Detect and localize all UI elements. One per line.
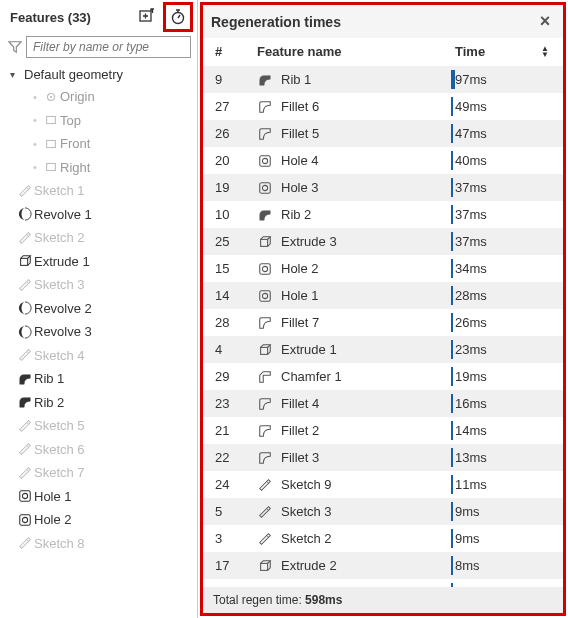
table-row[interactable]: 19Hole 337ms [203,174,563,201]
row-number: 20 [215,153,253,168]
item-label: Sketch 3 [34,275,85,295]
geometry-item[interactable]: •Front [6,132,197,156]
filter-input[interactable] [26,36,191,58]
feature-item[interactable]: Hole 2 [6,508,197,532]
sketch-icon [16,419,34,433]
row-feature-name: Fillet 7 [281,315,319,330]
feature-item[interactable]: Extrude 1 [6,250,197,274]
row-feature-name: Sketch 9 [281,477,332,492]
table-row[interactable]: 1Sketch 17ms [203,579,563,587]
features-title: Features (33) [10,10,137,25]
table-row[interactable]: 26Fillet 547ms [203,120,563,147]
table-row[interactable]: 3Sketch 29ms [203,525,563,552]
hole-icon [257,153,273,169]
row-feature-name: Hole 3 [281,180,319,195]
fillet-icon [257,423,273,439]
table-row[interactable]: 17Extrude 28ms [203,552,563,579]
table-row[interactable]: 29Chamfer 119ms [203,363,563,390]
table-row[interactable]: 28Fillet 726ms [203,309,563,336]
rib-icon [257,207,273,223]
feature-item[interactable]: Revolve 2 [6,297,197,321]
table-row[interactable]: 14Hole 128ms [203,282,563,309]
geometry-item[interactable]: •Top [6,109,197,133]
row-feature-name: Fillet 2 [281,423,319,438]
row-time: 8ms [455,556,555,575]
item-label: Revolve 1 [34,205,92,225]
extrude-icon [257,342,273,358]
row-feature-name: Hole 4 [281,153,319,168]
feature-item[interactable]: Hole 1 [6,485,197,509]
feature-item[interactable]: Sketch 6 [6,438,197,462]
feature-item[interactable]: Sketch 4 [6,344,197,368]
revolve-icon [16,207,34,221]
feature-item[interactable]: Sketch 8 [6,532,197,556]
default-geometry-group[interactable]: ▾ Default geometry [6,64,197,85]
filter-icon[interactable] [8,36,22,58]
row-time: 40ms [455,151,555,170]
hole-icon [257,288,273,304]
feature-item[interactable]: Revolve 1 [6,203,197,227]
col-header-number[interactable]: # [215,44,253,59]
row-time: 47ms [455,124,555,143]
col-header-name[interactable]: Feature name [253,44,455,59]
extrude-icon [257,558,273,574]
fillet-icon [257,99,273,115]
row-number: 24 [215,477,253,492]
feature-item[interactable]: Rib 1 [6,367,197,391]
feature-item[interactable]: Sketch 1 [6,179,197,203]
feature-item[interactable]: Sketch 5 [6,414,197,438]
svg-point-7 [173,13,184,24]
table-row[interactable]: 22Fillet 313ms [203,444,563,471]
add-feature-icon[interactable] [137,6,157,26]
row-number: 3 [215,531,253,546]
table-row[interactable]: 25Extrude 337ms [203,228,563,255]
row-number: 19 [215,180,253,195]
sort-icon: ▲▼ [541,46,549,58]
sketch-icon [257,477,273,493]
row-number: 28 [215,315,253,330]
table-row[interactable]: 4Extrude 123ms [203,336,563,363]
table-row[interactable]: 10Rib 237ms [203,201,563,228]
row-number: 29 [215,369,253,384]
feature-item[interactable]: Rib 2 [6,391,197,415]
feature-item[interactable]: Sketch 3 [6,273,197,297]
table-row[interactable]: 27Fillet 649ms [203,93,563,120]
geometry-item[interactable]: •Right [6,156,197,180]
table-row[interactable]: 15Hole 234ms [203,255,563,282]
table-row[interactable]: 9Rib 197ms [203,66,563,93]
row-feature-name: Fillet 6 [281,99,319,114]
item-label: Extrude 1 [34,252,90,272]
table-row[interactable]: 21Fillet 214ms [203,417,563,444]
row-time: 13ms [455,448,555,467]
row-feature-name: Sketch 2 [281,531,332,546]
feature-item[interactable]: Sketch 7 [6,461,197,485]
sketch-icon [257,504,273,520]
row-time: 49ms [455,97,555,116]
table-row[interactable]: 5Sketch 39ms [203,498,563,525]
plane-icon [42,113,60,127]
chevron-down-icon: ▾ [10,69,24,80]
row-number: 4 [215,342,253,357]
stopwatch-icon[interactable] [168,7,188,27]
close-icon[interactable]: × [535,11,555,32]
row-time: 16ms [455,394,555,413]
sketch-icon [16,348,34,362]
col-header-time[interactable]: Time ▲▼ [455,44,555,59]
feature-item[interactable]: Sketch 2 [6,226,197,250]
table-row[interactable]: 20Hole 440ms [203,147,563,174]
feature-item[interactable]: Revolve 3 [6,320,197,344]
fillet-icon [257,450,273,466]
table-body[interactable]: 9Rib 197ms27Fillet 649ms26Fillet 547ms20… [203,66,563,587]
item-label: Front [60,134,90,154]
table-row[interactable]: 23Fillet 416ms [203,390,563,417]
geometry-item[interactable]: •Origin [6,85,197,109]
revolve-icon [16,325,34,339]
table-row[interactable]: 24Sketch 911ms [203,471,563,498]
row-feature-name: Extrude 2 [281,558,337,573]
origin-icon [42,90,60,104]
item-label: Origin [60,87,95,107]
rib-icon [257,72,273,88]
feature-tree[interactable]: ▾ Default geometry •Origin•Top•Front•Rig… [0,64,197,618]
fillet-icon [257,315,273,331]
row-feature-name: Fillet 5 [281,126,319,141]
